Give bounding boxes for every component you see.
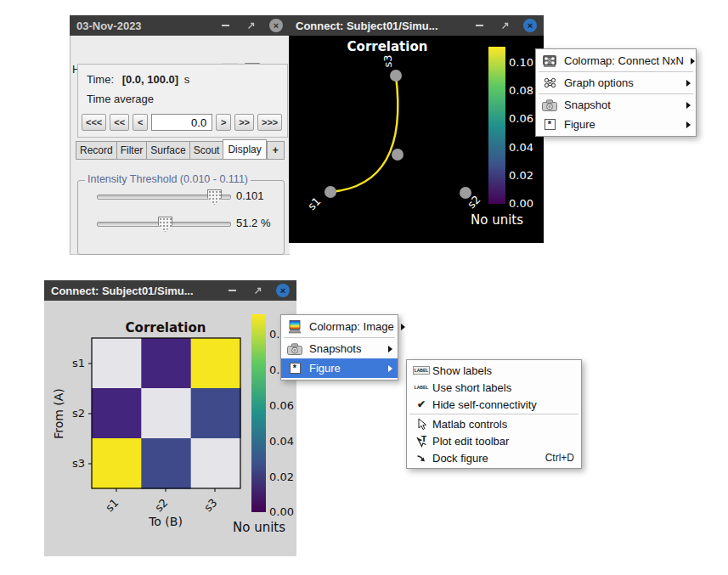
close-button[interactable]: × <box>276 284 290 297</box>
colorbar-units: No units <box>471 212 523 228</box>
menu-item-snapshot[interactable]: Snapshot <box>536 95 696 115</box>
time-unit: s <box>184 73 190 86</box>
window-title: Connect: Subject01/Simu... <box>296 20 460 32</box>
node-center[interactable] <box>392 149 404 161</box>
menu-item-graph-options[interactable]: Graph options <box>536 73 696 93</box>
canvas: { "colors": { "titlebar": "#3b3b3b", "cl… <box>0 0 728 575</box>
matrix-cell[interactable] <box>191 438 241 489</box>
submenu-item-use-short-labels[interactable]: LABEL Use short labels <box>407 379 581 396</box>
connectivity-graph-figure[interactable]: Correlation s1 s2 s3 0.10 0.08 0.06 0.04… <box>289 36 544 243</box>
panel-tabs: Record Filter Surface Scout Display + <box>76 139 285 160</box>
percent-slider-thumb[interactable] <box>158 217 172 232</box>
threshold-value: 0.101 <box>236 189 264 202</box>
time-rewind-button[interactable]: << <box>110 114 129 131</box>
colorbar[interactable] <box>488 47 505 204</box>
restore-icon <box>500 21 510 31</box>
colorbar[interactable] <box>251 314 266 512</box>
matrix-cell[interactable] <box>191 338 241 389</box>
colormap-image-icon <box>286 320 303 334</box>
figure-icon: * <box>286 363 303 374</box>
threshold-slider-thumb[interactable] <box>207 189 222 205</box>
node-s1[interactable] <box>324 186 336 198</box>
tab-scout[interactable]: Scout <box>189 141 223 160</box>
restore-button[interactable] <box>251 284 264 297</box>
restore-icon <box>253 286 262 296</box>
tab-surface[interactable]: Surface <box>146 141 189 160</box>
col-label-s1: s1 <box>103 496 121 514</box>
control-window-titlebar[interactable]: 03-Nov-2023 × <box>70 15 290 36</box>
minimize-button[interactable] <box>218 19 232 32</box>
submenu-arrow-icon <box>686 80 691 87</box>
time-back-button[interactable]: < <box>133 114 148 131</box>
graph-options-icon <box>541 76 558 89</box>
edge-s1-s3[interactable] <box>330 76 398 192</box>
graph-window-titlebar[interactable]: Connect: Subject01/Simu... × <box>289 15 544 36</box>
close-button[interactable]: × <box>269 19 283 32</box>
menu-item-colormap-image[interactable]: Colormap: Image <box>281 317 398 336</box>
matrix-window-titlebar[interactable]: Connect: Subject01/Simu... × <box>44 280 296 301</box>
window-title: Connect: Subject01/Simu... <box>51 285 213 297</box>
submenu-item-hide-self-connectivity[interactable]: ✔ Hide self-connectivity <box>407 396 581 413</box>
close-icon: × <box>276 284 290 297</box>
submenu-arrow-icon <box>686 121 691 128</box>
node-s3[interactable] <box>390 70 402 82</box>
matrix-cell[interactable] <box>141 338 191 389</box>
window-title: 03-Nov-2023 <box>76 20 206 32</box>
matrix-cell[interactable] <box>141 388 191 439</box>
menu-item-figure[interactable]: * Figure <box>536 115 696 134</box>
menu-item-colormap-connect[interactable]: Colormap: Connect NxN <box>536 51 696 70</box>
submenu-item-show-labels[interactable]: LABEL Show labels <box>407 362 581 379</box>
minimize-button[interactable] <box>472 19 486 32</box>
row-label-s2: s2 <box>72 407 85 420</box>
tab-display[interactable]: Display <box>223 139 266 160</box>
menu-item-snapshots[interactable]: Snapshots <box>281 339 398 358</box>
submenu-item-matlab-controls[interactable]: Matlab controls <box>407 415 581 432</box>
menu-separator <box>409 414 578 414</box>
tab-filter[interactable]: Filter <box>116 141 147 160</box>
label-icon: LABEL <box>410 366 432 375</box>
matrix-context-menu: Colormap: Image Snapshots * Figure <box>280 314 398 381</box>
correlation-matrix-figure[interactable]: Correlation s1 s2 s3 From (A) s1 s2 s3 T… <box>44 301 296 556</box>
restore-icon <box>246 21 256 31</box>
time-forward-button[interactable]: > <box>216 114 231 131</box>
plot-title: Correlation <box>126 320 206 335</box>
colorbar-units: No units <box>233 520 285 535</box>
matrix-cell[interactable] <box>92 388 142 439</box>
colorbar-tick: 0.00 <box>269 505 294 518</box>
minimize-button[interactable] <box>225 284 239 297</box>
y-axis-label: From (A) <box>52 388 65 439</box>
connect-matrix-window: Connect: Subject01/Simu... × Correlation… <box>44 280 296 556</box>
shortcut-label: Ctrl+D <box>545 452 574 464</box>
colorbar-tick: 0.08 <box>509 84 533 97</box>
close-button[interactable]: × <box>523 19 537 32</box>
colorbar-tick: 0.10 <box>509 56 533 69</box>
matrix-cell[interactable] <box>92 438 142 489</box>
matrix-cell[interactable] <box>92 338 142 389</box>
time-advance-fast-button[interactable]: >>> <box>257 114 282 131</box>
submenu-arrow-icon <box>388 365 392 372</box>
matrix-cell[interactable] <box>191 388 241 439</box>
plot-title: Correlation <box>347 39 428 54</box>
camera-icon <box>286 343 303 355</box>
node-label-s1: s1 <box>305 194 323 212</box>
restore-button[interactable] <box>244 19 257 32</box>
time-advance-button[interactable]: >> <box>234 114 254 131</box>
label-icon: LABEL <box>410 385 432 390</box>
plot-edit-icon: T <box>410 435 432 448</box>
submenu-item-dock-figure[interactable]: Dock figure Ctrl+D <box>407 449 581 466</box>
matrix-cell[interactable] <box>141 438 191 489</box>
tab-record[interactable]: Record <box>76 141 116 160</box>
menu-separator <box>539 71 693 72</box>
restore-button[interactable] <box>498 19 511 32</box>
tab-add[interactable]: + <box>267 141 285 160</box>
close-icon: × <box>523 19 537 32</box>
matrix-heatmap[interactable] <box>92 338 241 489</box>
time-rewind-fast-button[interactable]: <<< <box>82 114 106 131</box>
menu-item-figure[interactable]: * Figure <box>281 358 398 378</box>
camera-icon <box>541 99 558 111</box>
dock-arrow-icon <box>410 453 432 463</box>
time-value-input[interactable] <box>151 114 212 131</box>
figure-submenu: LABEL Show labels LABEL Use short labels… <box>406 359 582 469</box>
submenu-item-plot-edit-toolbar[interactable]: T Plot edit toolbar <box>407 432 581 449</box>
figure-icon: * <box>541 119 558 130</box>
